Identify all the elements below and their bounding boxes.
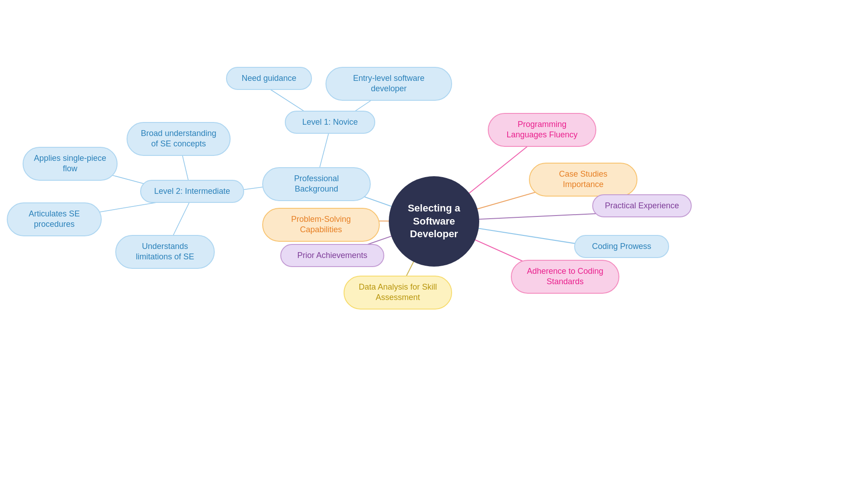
practical-experience-node: Practical Experience [592,194,692,217]
programming-languages-node: Programming Languages Fluency [488,113,596,147]
adherence-coding-standards-node: Adherence to Coding Standards [511,260,619,294]
understands-limitations-node: Understands limitations of SE [115,235,215,269]
level1-novice-node: Level 1: Novice [285,111,375,134]
professional-background-node: Professional Background [262,167,371,201]
case-studies-node: Case Studies Importance [529,163,637,197]
mind-map: Selecting a Software Developer Programmi… [0,0,868,488]
articulates-se-procedures-node: Articulates SE procedures [7,202,102,236]
applies-single-piece-flow-node: Applies single-piece flow [23,147,118,181]
coding-prowess-node: Coding Prowess [574,235,669,258]
problem-solving-node: Problem-Solving Capabilities [262,208,380,242]
prior-achievements-node: Prior Achievements [280,244,384,267]
center-node: Selecting a Software Developer [389,176,479,267]
broad-se-concepts-node: Broad understanding of SE concepts [127,122,231,156]
entry-level-node: Entry-level software developer [326,67,452,101]
level2-intermediate-node: Level 2: Intermediate [140,180,244,203]
need-guidance-node: Need guidance [226,67,312,90]
data-analysis-node: Data Analysis for Skill Assessment [344,276,452,310]
